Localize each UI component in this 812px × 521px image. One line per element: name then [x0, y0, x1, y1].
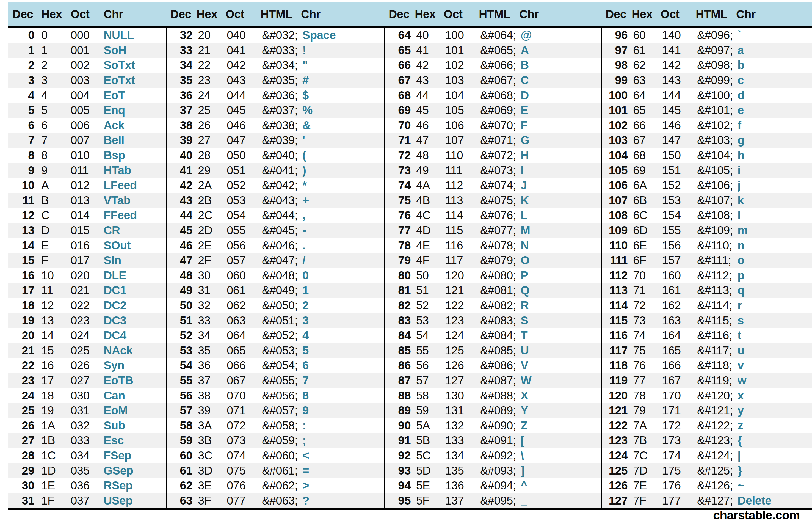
cell-character: y: [738, 404, 812, 417]
cell-character: c: [738, 74, 812, 87]
cell-character: #: [302, 74, 384, 87]
col-header-html: HTML: [479, 8, 519, 21]
cell-html-entity: &#119;: [697, 374, 738, 387]
cell-html-entity: &#124;: [697, 449, 738, 462]
cell-oct: 122: [445, 299, 480, 312]
cell-hex: 5E: [411, 479, 445, 492]
cell-html-entity: &#034;: [262, 59, 302, 72]
table-body: 3220040&#032;Space3321041&#033;!3422042&…: [166, 26, 384, 510]
cell-html-entity: &#048;: [262, 269, 302, 282]
cell-dec: 95: [386, 494, 411, 507]
cell-dec: 104: [602, 149, 628, 162]
table-row: 7147107&#071;G: [386, 133, 601, 148]
cell-hex: 4B: [411, 194, 445, 207]
cell-hex: 32: [192, 299, 227, 312]
cell-character: =: [302, 464, 384, 477]
cell-dec: 102: [602, 119, 628, 132]
cell-oct: 032: [71, 419, 103, 432]
cell-hex: 70: [628, 269, 662, 282]
cell-character: .: [302, 239, 384, 252]
cell-dec: 86: [386, 359, 411, 372]
table-row: 11775165&#117;u: [602, 343, 812, 358]
table-row: 3927047&#039;': [167, 133, 384, 148]
cell-hex: 16: [34, 359, 71, 372]
cell-character: B: [520, 59, 601, 72]
cell-dec: 118: [602, 359, 628, 372]
cell-dec: 120: [602, 389, 628, 402]
table-row: 794F117&#079;O: [386, 253, 601, 268]
table-row: 11876166&#118;v: [602, 358, 812, 373]
cell-hex: 29: [192, 164, 227, 177]
cell-dec: 9: [8, 164, 34, 177]
cell-character: s: [738, 314, 812, 327]
table-row: 774D115&#077;M: [386, 223, 601, 238]
cell-hex: 9: [34, 164, 71, 177]
table-row: 2317027EoTB: [8, 373, 166, 388]
cell-dec: 84: [386, 329, 411, 342]
table-row: 1237B173&#123;{: [602, 433, 812, 448]
cell-oct: 063: [227, 314, 262, 327]
cell-html-entity: &#041;: [262, 164, 302, 177]
col-header-oct: Oct: [660, 8, 696, 21]
cell-character: n: [738, 239, 812, 252]
table-row: 301E036RSep: [8, 478, 166, 493]
cell-dec: 77: [386, 224, 411, 237]
cell-html-entity: &#046;: [262, 239, 302, 252]
table-row: 905A132&#090;Z: [386, 418, 601, 433]
cell-hex: 28: [192, 149, 227, 162]
table-row: 2216026Syn: [8, 358, 166, 373]
cell-character: R: [520, 299, 601, 312]
cell-dec: 41: [167, 164, 192, 177]
cell-dec: 52: [167, 329, 192, 342]
cell-character: $: [302, 89, 384, 102]
cell-hex: 7: [34, 134, 71, 147]
cell-html-entity: &#064;: [480, 29, 520, 42]
table-row: 422A052&#042;*: [167, 178, 384, 193]
cell-character: r: [738, 299, 812, 312]
cell-dec: 54: [167, 359, 192, 372]
cell-hex: 8: [34, 149, 71, 162]
cell-oct: 125: [445, 344, 480, 357]
table-row: 8757127&#087;W: [386, 373, 601, 388]
cell-hex: 59: [411, 404, 445, 417]
cell-dec: 116: [602, 329, 628, 342]
cell-oct: 170: [662, 389, 697, 402]
cell-html-entity: &#054;: [262, 359, 302, 372]
cell-character: w: [738, 374, 812, 387]
cell-oct: 105: [445, 104, 480, 117]
cell-character: 3: [302, 314, 384, 327]
cell-dec: 27: [8, 434, 34, 447]
cell-character: RSep: [103, 479, 166, 492]
table-row: 432B053&#043;+: [167, 193, 384, 208]
cell-oct: 002: [71, 59, 103, 72]
cell-dec: 62: [167, 479, 192, 492]
cell-html-entity: &#087;: [480, 374, 520, 387]
cell-character: !: [302, 44, 384, 57]
cell-character: ^: [520, 479, 601, 492]
cell-oct: 060: [227, 269, 262, 282]
cell-hex: 26: [192, 119, 227, 132]
cell-hex: 5F: [411, 494, 445, 507]
cell-oct: 071: [227, 404, 262, 417]
cell-hex: 2: [34, 59, 71, 72]
cell-html-entity: &#096;: [697, 29, 738, 42]
cell-dec: 115: [602, 314, 628, 327]
table-body: 9660140&#096;`9761141&#097;a9862142&#098…: [601, 26, 812, 510]
cell-hex: 5C: [411, 449, 445, 462]
cell-dec: 8: [8, 149, 34, 162]
cell-dec: 26: [8, 419, 34, 432]
cell-html-entity: &#038;: [262, 119, 302, 132]
cell-oct: 015: [71, 224, 103, 237]
cell-oct: 042: [227, 59, 262, 72]
cell-character: S: [520, 314, 601, 327]
cell-character: l: [738, 209, 812, 222]
cell-hex: 36: [192, 359, 227, 372]
table-row: 1257D175&#125;}: [602, 463, 812, 478]
cell-oct: 103: [445, 74, 480, 87]
cell-oct: 160: [662, 269, 697, 282]
table-row: 5032062&#050;2: [167, 298, 384, 313]
cell-html-entity: &#095;: [480, 494, 520, 507]
cell-hex: 2F: [192, 254, 227, 267]
cell-hex: 38: [192, 389, 227, 402]
cell-oct: 112: [445, 179, 480, 192]
